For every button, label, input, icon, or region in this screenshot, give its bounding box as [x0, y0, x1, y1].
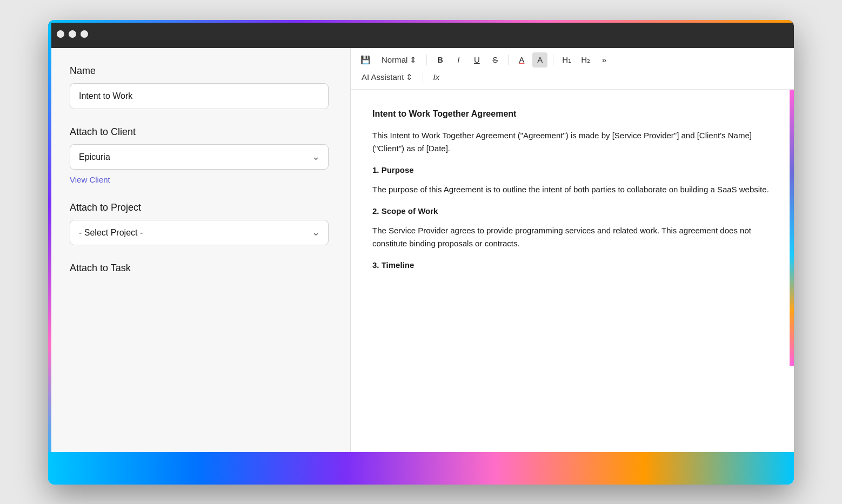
- ai-assistant-selector[interactable]: AI Assistant ⇕: [357, 70, 417, 84]
- section3-title: 3. Timeline: [372, 259, 772, 272]
- client-select[interactable]: Epicuria: [70, 144, 329, 170]
- italic-icon: I: [457, 55, 459, 64]
- highlight-button[interactable]: A: [532, 52, 547, 68]
- section1-text: The purpose of this Agreement is to outl…: [372, 183, 772, 196]
- text-color-icon: A: [519, 55, 524, 64]
- name-section: Name: [70, 65, 329, 109]
- attach-client-section: Attach to Client Epicuria ⌄ View Client: [70, 126, 329, 185]
- toolbar-divider-1: [426, 55, 427, 65]
- editor-content[interactable]: Intent to Work Together Agreement This I…: [351, 90, 794, 485]
- section2-title: 2. Scope of Work: [372, 205, 772, 218]
- h2-button[interactable]: H₂: [578, 52, 593, 68]
- section1-title: 1. Purpose: [372, 164, 772, 177]
- strikethrough-button[interactable]: S: [487, 52, 503, 68]
- quote-button[interactable]: »: [597, 52, 612, 68]
- italic-button[interactable]: I: [451, 52, 466, 68]
- style-selector[interactable]: Normal ⇕: [377, 53, 421, 67]
- h1-button[interactable]: H₁: [559, 52, 574, 68]
- ai-chevron-icon: ⇕: [406, 72, 413, 82]
- save-button[interactable]: 💾: [357, 52, 374, 68]
- project-select[interactable]: - Select Project -: [70, 220, 329, 245]
- traffic-light-close[interactable]: [57, 30, 64, 38]
- toolbar-divider-4: [423, 72, 423, 83]
- save-icon: 💾: [360, 55, 371, 65]
- traffic-light-minimize[interactable]: [69, 30, 76, 38]
- name-label: Name: [70, 65, 329, 77]
- window-left-accent: [48, 20, 51, 485]
- clear-format-icon: Ix: [433, 72, 440, 82]
- ai-assistant-label: AI Assistant: [362, 72, 404, 82]
- project-select-wrapper: - Select Project - ⌄: [70, 220, 329, 245]
- right-panel: 💾 Normal ⇕ B I: [351, 48, 794, 485]
- traffic-light-maximize[interactable]: [81, 30, 88, 38]
- doc-title: Intent to Work Together Agreement: [372, 107, 772, 121]
- client-select-wrapper: Epicuria ⌄: [70, 144, 329, 170]
- traffic-lights: [57, 30, 88, 38]
- view-client-link[interactable]: View Client: [70, 175, 110, 184]
- left-panel: Name Attach to Client Epicuria ⌄ View Cl…: [48, 48, 351, 485]
- text-color-button[interactable]: A: [514, 52, 529, 68]
- toolbar-row-1: 💾 Normal ⇕ B I: [357, 52, 787, 68]
- intro-paragraph: This Intent to Work Together Agreement (…: [372, 129, 772, 155]
- underline-button[interactable]: U: [469, 52, 484, 68]
- style-label: Normal: [382, 55, 407, 64]
- h1-icon: H₁: [562, 55, 571, 65]
- strikethrough-icon: S: [492, 55, 498, 64]
- quote-icon: »: [602, 55, 606, 64]
- window-content: Name Attach to Client Epicuria ⌄ View Cl…: [48, 48, 794, 485]
- toolbar-divider-2: [508, 55, 509, 65]
- titlebar: [48, 20, 794, 48]
- toolbar: 💾 Normal ⇕ B I: [351, 48, 794, 90]
- bottom-color-bar: [48, 458, 794, 485]
- attach-project-label: Attach to Project: [70, 202, 329, 213]
- attach-task-label: Attach to Task: [70, 263, 329, 274]
- underline-icon: U: [474, 55, 480, 64]
- attach-task-section: Attach to Task: [70, 263, 329, 274]
- bold-icon: B: [437, 55, 443, 64]
- name-input[interactable]: [70, 83, 329, 109]
- h2-icon: H₂: [581, 55, 590, 65]
- attach-project-section: Attach to Project - Select Project - ⌄: [70, 202, 329, 245]
- toolbar-divider-3: [553, 55, 553, 65]
- highlight-icon: A: [537, 55, 543, 64]
- toolbar-row-2: AI Assistant ⇕ Ix: [357, 70, 787, 85]
- window-top-accent: [48, 20, 794, 23]
- clear-format-button[interactable]: Ix: [429, 70, 444, 85]
- section2-text: The Service Provider agrees to provide p…: [372, 224, 772, 250]
- style-chevron-icon: ⇕: [410, 55, 417, 65]
- bold-button[interactable]: B: [432, 52, 447, 68]
- attach-client-label: Attach to Client: [70, 126, 329, 138]
